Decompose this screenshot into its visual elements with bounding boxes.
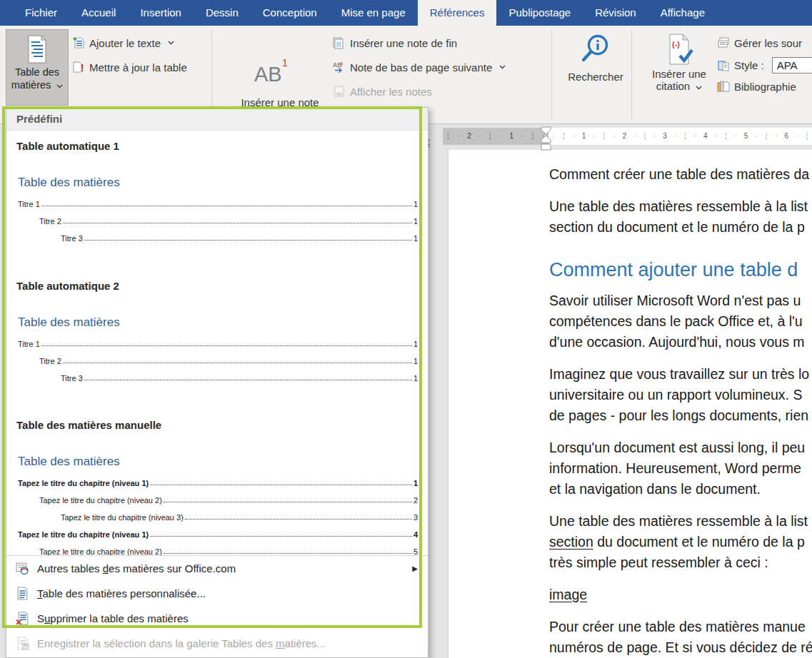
menu-item-autres-tables-des-mati-res-sur-office-co[interactable]: Autres tables des matières sur Office.co…	[6, 556, 428, 581]
ruler-tick: ·	[629, 128, 639, 145]
toc-entry-page: 1	[413, 234, 418, 243]
mettre-a-jour-la-table-button[interactable]: ! Mettre à jour la table	[72, 61, 187, 74]
text-segment: numéros de page. Et si vous décidez de r…	[549, 639, 812, 655]
text-segment: Savoir utiliser Microsoft Word n'est pas…	[549, 293, 801, 308]
text-segment: Une table des matières ressemble à la li…	[549, 513, 808, 529]
toc-entry-label: Titre 1	[18, 340, 40, 349]
ajouter-le-texte-button[interactable]: Ajouter le texte	[72, 36, 174, 49]
tab-mise-en-page[interactable]: Mise en page	[329, 0, 418, 26]
hyperlink[interactable]: image	[549, 587, 587, 602]
toc-entry-label: Tapez le titre du chapitre (niveau 3)	[61, 513, 184, 522]
inserer-citation-button[interactable]: (-) Insérer une citation	[648, 33, 710, 92]
indent-markers[interactable]	[540, 126, 552, 152]
tab-r-f-rences[interactable]: Références	[418, 0, 497, 26]
ruler-tick: ·	[568, 128, 578, 145]
toc-preview-row: Tapez le titre du chapitre (niveau 1)1	[18, 471, 418, 488]
search-icon	[579, 33, 612, 67]
toc-preview: Table des matièresTitre 11Titre 21Titre …	[18, 175, 418, 243]
tab-r-vision[interactable]: Révision	[583, 0, 648, 26]
submenu-arrow-icon: ▶	[412, 565, 418, 572]
toc-entry-page: 1	[413, 374, 418, 383]
dot-leader	[185, 519, 412, 520]
manage-sources-icon	[717, 36, 730, 49]
toc-preview-row: Titre 31	[18, 226, 418, 243]
ruler-tick: ·	[474, 128, 485, 145]
text-segment: Comment ajouter une table d	[549, 259, 798, 280]
gerer-les-sources-label: Gérer les sour	[734, 37, 802, 49]
rechercher-button[interactable]: Rechercher	[564, 33, 627, 83]
document-page[interactable]: Comment créer une table des matières daU…	[448, 150, 812, 658]
tab-conception[interactable]: Conception	[251, 0, 329, 26]
toc-entry-label: Titre 1	[18, 200, 40, 209]
tab-fichier[interactable]: Fichier	[13, 0, 69, 26]
table-des-matieres-button[interactable]: Table des matières	[6, 29, 69, 106]
document-line: section du document et le numéro de la p	[549, 532, 812, 552]
note-suivante-button[interactable]: AB 1 Note de bas de page suivante	[333, 61, 506, 74]
document-paragraph: Une table des matières ressemble à la li…	[549, 196, 812, 238]
ruler-tick: ·	[650, 128, 660, 145]
next-footnote-icon: AB 1	[333, 61, 346, 74]
ruler-tick: 4	[701, 128, 711, 145]
document-paragraph: Savoir utiliser Microsoft Word n'est pas…	[549, 290, 812, 353]
menu-item-label: Autres tables des matières sur Office.co…	[37, 562, 236, 575]
text-segment: Une table des matières ressemble à la li…	[549, 198, 808, 214]
style-icon	[717, 59, 730, 72]
rechercher-label: Rechercher	[564, 71, 627, 83]
gallery-item-table-automatique-1[interactable]: Table automatique 1Table des matièresTit…	[16, 140, 418, 243]
menu-item-supprimer-la-table-des-mati-res[interactable]: Supprimer la table des matières	[6, 606, 428, 631]
tab-insertion[interactable]: Insertion	[128, 0, 194, 26]
insert-endnote-icon: [i]	[333, 36, 346, 49]
ruler-tick: ¦	[485, 128, 496, 145]
ruler-tick: ¦	[721, 128, 731, 145]
ruler-tick: ·	[609, 128, 619, 145]
toc-entry-page: 1	[413, 479, 418, 488]
toc-preview: Table des matièresTitre 11Titre 21Titre …	[18, 315, 418, 383]
ruler-tick: ·	[517, 128, 528, 145]
insert-citation-icon: (-)	[664, 33, 694, 66]
inserer-note-de-fin-button[interactable]: [i] Insérer une note de fin	[333, 36, 457, 49]
tab-dessin[interactable]: Dessin	[194, 0, 251, 26]
tab-affichage[interactable]: Affichage	[648, 0, 717, 26]
bibliographie-label: Bibliographie	[734, 81, 796, 93]
menu-item-table-des-mati-res-personnalis-e-[interactable]: Table des matières personnalisée...	[6, 581, 428, 606]
ajouter-le-texte-label: Ajouter le texte	[89, 37, 161, 49]
document-paragraph: Pour créer une table des matières manuen…	[549, 617, 812, 658]
gerer-les-sources-button[interactable]: Gérer les sour	[717, 36, 802, 49]
save-gallery-icon	[16, 637, 29, 650]
bibliographie-button[interactable]: Bibliographie	[717, 80, 796, 93]
text-segment: et la navigation dans le document.	[549, 481, 761, 497]
dot-leader	[63, 363, 412, 363]
document-heading: Comment ajouter une table d	[549, 256, 812, 283]
document-paragraph: Imaginez que vous travaillez sur un très…	[549, 364, 812, 426]
insert-footnote-button[interactable]: AB1	[254, 63, 288, 86]
chevron-down-icon	[696, 86, 702, 90]
menu-item-enregistrer-la-s-lection-dans-la-galerie: Enregistrer la sélection dans la galerie…	[6, 631, 428, 656]
ruler-tick: 1	[506, 128, 517, 145]
toc-preview-row: Tapez le titre du chapitre (niveau 2)2	[18, 488, 418, 505]
ruler-tick: 5	[741, 128, 751, 145]
document-line: Comment ajouter une table d	[549, 256, 812, 283]
text-segment: du document et le numéro de la p	[593, 534, 805, 550]
gallery-item-table-automatique-2[interactable]: Table automatique 2Table des matièresTit…	[16, 280, 418, 383]
text-segment: section du document et le numéro de la p	[549, 219, 805, 235]
dot-leader	[164, 502, 412, 502]
text-segment: Lorsqu'un document est aussi long, il pe…	[549, 440, 805, 455]
document-paragraph: Une table des matières ressemble à la li…	[549, 511, 812, 573]
ruler-tick: ·	[751, 128, 761, 145]
custom-toc-icon	[16, 587, 29, 600]
hyperlink[interactable]: section	[549, 534, 593, 550]
dot-leader	[150, 485, 412, 485]
gallery-item-name: Table automatique 2	[16, 280, 418, 293]
toc-preview-row: Titre 11	[18, 332, 418, 349]
show-notes-icon	[333, 85, 346, 98]
ruler-tick: ¦	[599, 128, 609, 145]
group-divider	[631, 30, 632, 120]
menu-item-label: Enregistrer la sélection dans la galerie…	[37, 637, 326, 649]
toc-preview-row: Titre 31	[18, 366, 418, 383]
document-area: ¦·2·¦·1·¦· ·¦·1·¦·2·¦·3·¦·4·¦·5·¦·6·¦ Co…	[430, 124, 812, 658]
tab-publipostage[interactable]: Publipostage	[496, 0, 583, 26]
gallery-item-table-des-mati-res-manuelle[interactable]: Table des matières manuelleTable des mat…	[16, 419, 418, 557]
style-select[interactable]: APA	[772, 57, 812, 74]
tab-accueil[interactable]: Accueil	[69, 0, 128, 26]
ruler-tick: ¦	[443, 128, 453, 145]
